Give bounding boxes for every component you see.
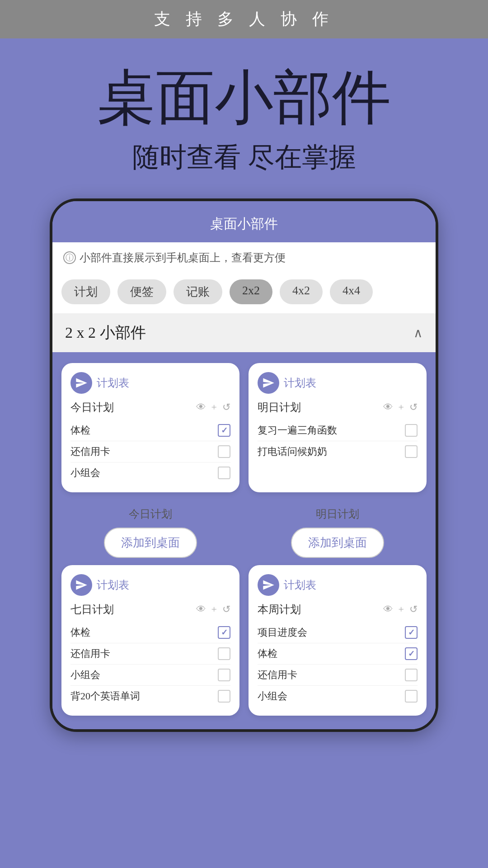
hero-title: 桌面小部件 <box>18 66 470 130</box>
task-name-1-2: 还信用卡 <box>70 445 110 458</box>
refresh-icon-1[interactable]: ↺ <box>222 401 230 413</box>
task-name-4-4: 小组会 <box>258 689 287 703</box>
widget-card-3: 计划表 七日计划 👁 + ↺ 体检 <box>61 565 239 716</box>
task-row-4-4: 小组会 <box>258 686 418 707</box>
task-row-4-1: 项目进度会 <box>258 622 418 643</box>
widget-card-3-header: 计划表 <box>70 574 230 596</box>
top-bar: 支 持 多 人 协 作 <box>0 0 488 38</box>
info-text: 小部件直接展示到手机桌面上，查看更方便 <box>80 250 286 265</box>
widget-plan-actions-1: 👁 + ↺ <box>196 401 230 413</box>
widget-plan-actions-3: 👁 + ↺ <box>196 604 230 615</box>
add-desktop-btn-1[interactable]: 添加到桌面 <box>104 528 197 558</box>
phone-frame: 桌面小部件 ⓘ 小部件直接展示到手机桌面上，查看更方便 计划 便签 记账 2x2… <box>50 198 438 732</box>
add-desktop-btn-2[interactable]: 添加到桌面 <box>291 528 384 558</box>
widget-type-1: 计划表 <box>97 376 129 390</box>
hero-subtitle: 随时查看 尽在掌握 <box>18 139 470 176</box>
task-row-1-2: 还信用卡 <box>70 441 230 462</box>
task-checkbox-4-4[interactable] <box>405 690 418 703</box>
plus-icon-2[interactable]: + <box>399 401 404 413</box>
tab-2x2[interactable]: 2x2 <box>230 279 272 304</box>
caption-2: 明日计划 <box>249 507 427 521</box>
plus-icon-4[interactable]: + <box>399 604 404 615</box>
task-checkbox-2-2[interactable] <box>405 445 418 458</box>
task-name-4-1: 项目进度会 <box>258 626 307 639</box>
section-header: 2 x 2 小部件 ∧ <box>52 313 436 352</box>
refresh-icon-4[interactable]: ↺ <box>409 604 418 615</box>
task-checkbox-1-1[interactable] <box>218 424 230 437</box>
widget-panel: 桌面小部件 ⓘ 小部件直接展示到手机桌面上，查看更方便 计划 便签 记账 2x2… <box>52 201 436 729</box>
widget-icon-3 <box>70 574 92 596</box>
task-name-4-2: 体检 <box>258 647 277 660</box>
caption-area-2: 明日计划 添加到桌面 <box>249 503 427 565</box>
task-row-3-3: 小组会 <box>70 665 230 686</box>
widget-icon-1 <box>70 372 92 394</box>
widget-type-2: 计划表 <box>284 376 316 390</box>
widget-icon-4 <box>258 574 279 596</box>
refresh-icon-3[interactable]: ↺ <box>222 604 230 615</box>
widget-type-4: 计划表 <box>284 578 316 592</box>
paper-plane-icon-1 <box>75 377 88 389</box>
widget-plan-name-1: 今日计划 <box>70 400 114 415</box>
plus-icon-1[interactable]: + <box>211 401 217 413</box>
widget-card-4: 计划表 本周计划 👁 + ↺ 项目进度会 <box>249 565 427 716</box>
plus-icon-3[interactable]: + <box>211 604 217 615</box>
task-name-4-3: 还信用卡 <box>258 668 297 682</box>
task-row-2-1: 复习一遍三角函数 <box>258 420 418 441</box>
widget-card-2: 计划表 明日计划 👁 + ↺ 复习一遍三角函数 <box>249 363 427 492</box>
task-name-1-3: 小组会 <box>70 466 100 480</box>
task-checkbox-2-1[interactable] <box>405 424 418 437</box>
eye-icon-3[interactable]: 👁 <box>196 604 206 615</box>
paper-plane-icon-2 <box>262 377 275 389</box>
widget-plan-row-1: 今日计划 👁 + ↺ <box>70 400 230 415</box>
task-row-3-4: 背20个英语单词 <box>70 686 230 707</box>
task-row-4-3: 还信用卡 <box>258 665 418 686</box>
task-row-4-2: 体检 <box>258 643 418 665</box>
tab-account[interactable]: 记账 <box>174 279 222 304</box>
task-name-2-1: 复习一遍三角函数 <box>258 424 337 437</box>
widget-card-1: 计划表 今日计划 👁 + ↺ 体检 <box>61 363 239 492</box>
widget-plan-name-3: 七日计划 <box>70 602 114 617</box>
task-checkbox-1-3[interactable] <box>218 467 230 479</box>
task-checkbox-3-1[interactable] <box>218 626 230 639</box>
widget-plan-name-2: 明日计划 <box>258 400 301 415</box>
widget-card-4-header: 计划表 <box>258 574 418 596</box>
task-checkbox-1-2[interactable] <box>218 445 230 458</box>
task-checkbox-4-3[interactable] <box>405 669 418 681</box>
info-bar: ⓘ 小部件直接展示到手机桌面上，查看更方便 <box>52 242 436 273</box>
chevron-up-icon: ∧ <box>413 326 423 340</box>
section-title: 2 x 2 小部件 <box>65 322 146 343</box>
task-checkbox-3-3[interactable] <box>218 669 230 681</box>
task-row-3-1: 体检 <box>70 622 230 643</box>
widget-card-2-header: 计划表 <box>258 372 418 394</box>
widget-plan-actions-4: 👁 + ↺ <box>383 604 418 615</box>
task-name-2-2: 打电话问候奶奶 <box>258 445 327 458</box>
caption-row-1: 今日计划 添加到桌面 明日计划 添加到桌面 <box>52 503 436 565</box>
task-checkbox-4-1[interactable] <box>405 626 418 639</box>
hero-section: 桌面小部件 随时查看 尽在掌握 桌面小部件 ⓘ 小部件直接展示到手机桌面上，查看… <box>0 38 488 750</box>
tab-4x4[interactable]: 4x4 <box>330 279 373 304</box>
eye-icon-4[interactable]: 👁 <box>383 604 393 615</box>
widget-type-3: 计划表 <box>97 578 129 592</box>
info-icon: ⓘ <box>63 251 76 264</box>
tab-plan[interactable]: 计划 <box>61 279 110 304</box>
widget-plan-row-2: 明日计划 👁 + ↺ <box>258 400 418 415</box>
task-name-3-2: 还信用卡 <box>70 647 110 660</box>
caption-area-1: 今日计划 添加到桌面 <box>61 503 239 565</box>
eye-icon-1[interactable]: 👁 <box>196 401 206 413</box>
task-row-1-3: 小组会 <box>70 462 230 483</box>
widget-icon-2 <box>258 372 279 394</box>
widget-plan-row-3: 七日计划 👁 + ↺ <box>70 602 230 617</box>
task-name-1-1: 体检 <box>70 424 90 437</box>
refresh-icon-2[interactable]: ↺ <box>409 401 418 413</box>
task-checkbox-4-2[interactable] <box>405 647 418 660</box>
widget-plan-actions-2: 👁 + ↺ <box>383 401 418 413</box>
tab-note[interactable]: 便签 <box>117 279 166 304</box>
task-row-1-1: 体检 <box>70 420 230 441</box>
task-checkbox-3-4[interactable] <box>218 690 230 703</box>
task-row-2-2: 打电话问候奶奶 <box>258 441 418 462</box>
eye-icon-2[interactable]: 👁 <box>383 401 393 413</box>
task-checkbox-3-2[interactable] <box>218 647 230 660</box>
task-name-3-3: 小组会 <box>70 668 100 682</box>
task-row-3-2: 还信用卡 <box>70 643 230 665</box>
tab-4x2[interactable]: 4x2 <box>280 279 323 304</box>
